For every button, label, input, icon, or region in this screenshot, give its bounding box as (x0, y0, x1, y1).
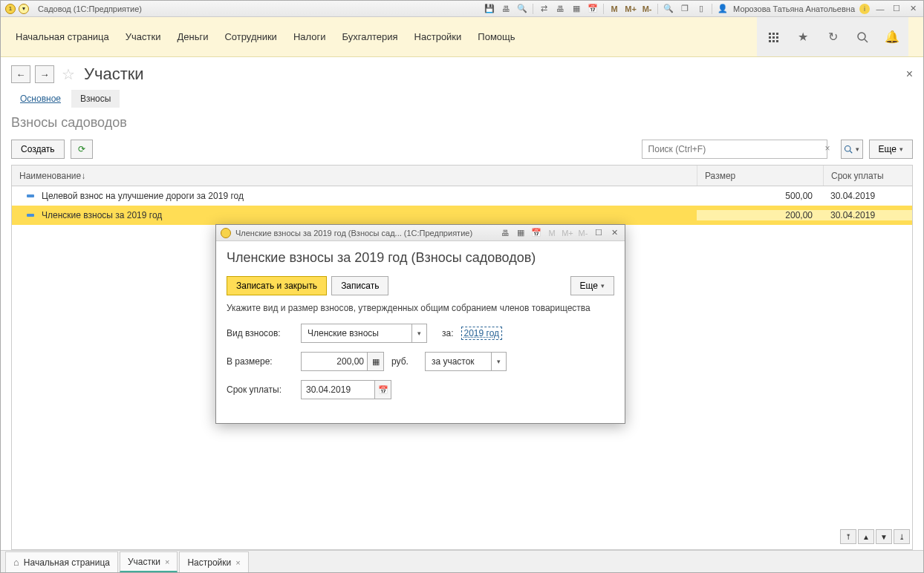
calendar-icon[interactable]: ▦ (570, 3, 582, 15)
section-title: Взносы садоводов (11, 115, 913, 131)
minimize-icon[interactable]: — (874, 3, 886, 15)
user-name: Морозова Татьяна Анатольевна (733, 4, 855, 13)
menu-acc[interactable]: Бухгалтерия (342, 31, 397, 42)
close-page-icon[interactable]: × (906, 68, 913, 81)
search-input[interactable] (642, 140, 827, 159)
star-outline-icon[interactable]: ☆ (62, 65, 75, 83)
chevron-down-icon[interactable]: ▾ (491, 353, 506, 370)
calendar2-icon[interactable]: 📅 (587, 3, 599, 15)
calc-mminus-icon[interactable]: M- (641, 3, 653, 15)
app-window: 1 ▾ Садовод (1С:Предприятие) 💾 🖶 🔍 ⇄ 🖶 ▦… (0, 0, 924, 573)
menu-help[interactable]: Помощь (478, 31, 515, 42)
btab-plots[interactable]: Участки× (120, 551, 178, 572)
amount-label: В размере: (227, 356, 293, 367)
page-title: Участки (84, 65, 144, 84)
close-tab-icon[interactable]: × (235, 558, 240, 567)
app-title: Садовод (1С:Предприятие) (38, 4, 142, 13)
dialog-more-button[interactable]: Еще (570, 276, 614, 295)
refresh-icon: ⟳ (78, 144, 85, 154)
table-row[interactable]: Членские взносы за 2019 год 200,00 30.04… (12, 206, 912, 225)
scroll-controls: ⤒ ▲ ▼ ⤓ (840, 529, 910, 544)
dialog-logo-icon (221, 228, 231, 238)
dialog-print-icon[interactable]: 🖶 (499, 227, 511, 239)
apps-grid-icon[interactable] (758, 17, 788, 56)
close-window-icon[interactable]: ✕ (907, 3, 919, 15)
scroll-down-icon[interactable]: ▼ (876, 529, 892, 544)
preview-icon[interactable]: 🔍 (516, 3, 528, 15)
btab-settings[interactable]: Настройки× (179, 551, 248, 572)
search-dd-button[interactable] (841, 140, 863, 159)
clear-search-icon[interactable]: × (825, 143, 830, 154)
create-button[interactable]: Создать (11, 140, 65, 159)
copy-icon[interactable]: ▯ (695, 3, 707, 15)
maximize-icon[interactable]: ☐ (891, 3, 902, 15)
save-close-button[interactable]: Записать и закрыть (227, 276, 327, 295)
per-combo[interactable]: за участок ▾ (425, 352, 507, 371)
per-value: за участок (426, 356, 491, 367)
tab-main[interactable]: Основное (11, 90, 70, 108)
save-button[interactable]: Записать (331, 276, 388, 295)
scroll-bottom-icon[interactable]: ⤓ (894, 529, 910, 544)
more-button[interactable]: Еще (869, 140, 913, 159)
bottom-tabs: ⌂Начальная страница Участки× Настройки× (1, 550, 923, 572)
dialog-mplus-icon[interactable]: M+ (562, 227, 573, 239)
row-marker-icon (27, 214, 34, 217)
search-wrap: × (642, 140, 835, 159)
kind-value: Членские взносы (302, 328, 411, 338)
save-icon[interactable]: 💾 (484, 3, 495, 15)
calc-icon[interactable]: ▦ (368, 352, 384, 371)
dialog-cal2-icon[interactable]: 📅 (530, 227, 542, 239)
dialog-m-icon[interactable]: M (546, 227, 558, 239)
nav-back-button[interactable]: ← (11, 65, 30, 83)
dialog-cal1-icon[interactable]: ▦ (515, 227, 527, 239)
compare-icon[interactable]: ⇄ (538, 3, 550, 15)
calc-m-icon[interactable]: M (608, 3, 620, 15)
dropdown-icon[interactable]: ▾ (19, 4, 29, 14)
sys-titlebar: 1 ▾ Садовод (1С:Предприятие) 💾 🖶 🔍 ⇄ 🖶 ▦… (1, 1, 923, 17)
menu-settings[interactable]: Настройки (414, 31, 462, 42)
info-icon[interactable]: i (859, 4, 870, 14)
favorite-icon[interactable]: ★ (788, 17, 818, 56)
menu-money[interactable]: Деньги (177, 31, 208, 42)
user-icon: 👤 (717, 3, 729, 15)
nav-forward-button[interactable]: → (35, 65, 54, 83)
due-date-input[interactable]: 30.04.2019 (301, 380, 375, 399)
bell-icon[interactable]: 🔔 (877, 17, 907, 56)
menu-tax[interactable]: Налоги (293, 31, 326, 42)
year-link[interactable]: 2019 год (461, 327, 503, 340)
home-icon: ⌂ (13, 557, 19, 568)
calendar-picker-icon[interactable]: 📅 (375, 380, 391, 399)
btab-home[interactable]: ⌂Начальная страница (5, 551, 118, 572)
col-size[interactable]: Размер (697, 166, 823, 186)
scroll-up-icon[interactable]: ▲ (858, 529, 874, 544)
menu-home[interactable]: Начальная страница (16, 31, 109, 42)
menu-plots[interactable]: Участки (126, 31, 161, 42)
tab-dues[interactable]: Взносы (71, 90, 120, 108)
windows-icon[interactable]: ❐ (679, 3, 691, 15)
amount-input[interactable]: 200,00 (301, 352, 368, 371)
svg-point-2 (845, 146, 851, 152)
dialog-mminus-icon[interactable]: M- (577, 227, 589, 239)
print2-icon[interactable]: 🖶 (554, 3, 566, 15)
print-icon[interactable]: 🖶 (500, 3, 512, 15)
chevron-down-icon[interactable]: ▾ (411, 324, 426, 342)
zoom-icon[interactable]: 🔍 (663, 3, 674, 15)
calc-mplus-icon[interactable]: M+ (625, 3, 637, 15)
history-icon[interactable]: ↻ (818, 17, 847, 56)
close-tab-icon[interactable]: × (165, 557, 169, 566)
due-label: Срок уплаты: (227, 384, 293, 395)
table-row[interactable]: Целевой взнос на улучшение дороги за 201… (12, 186, 912, 206)
row-name: Целевой взнос на улучшение дороги за 201… (42, 191, 244, 201)
kind-label: Вид взносов: (227, 328, 293, 338)
menu-staff[interactable]: Сотрудники (224, 31, 276, 42)
dialog-maximize-icon[interactable]: ☐ (593, 227, 605, 239)
search-icon[interactable] (847, 17, 877, 56)
refresh-button[interactable]: ⟳ (71, 140, 93, 159)
col-name[interactable]: Наименование↓ (12, 171, 697, 181)
dialog-close-icon[interactable]: ✕ (608, 227, 620, 239)
col-due[interactable]: Срок уплаты (823, 166, 912, 186)
svg-line-3 (850, 151, 852, 153)
scroll-top-icon[interactable]: ⤒ (840, 529, 856, 544)
row-name: Членские взносы за 2019 год (42, 210, 162, 220)
kind-combo[interactable]: Членские взносы ▾ (301, 324, 427, 343)
